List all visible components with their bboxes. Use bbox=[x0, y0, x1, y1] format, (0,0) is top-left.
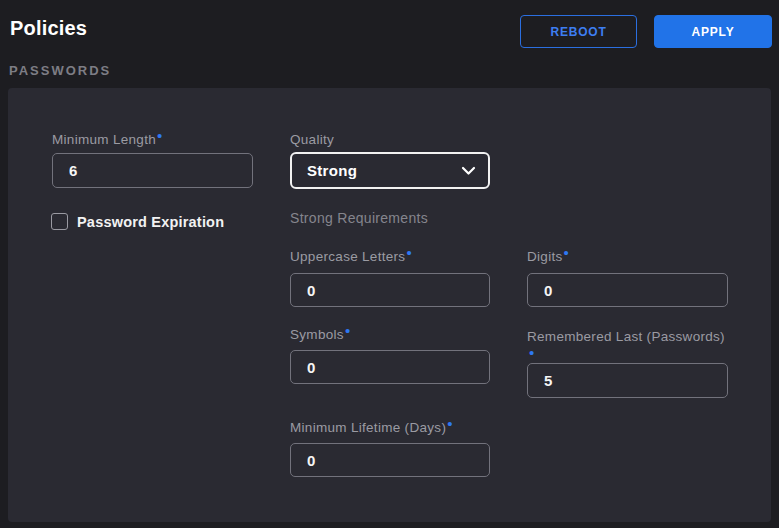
minimum-lifetime-input[interactable] bbox=[290, 443, 490, 477]
strong-requirements-title: Strong Requirements bbox=[290, 210, 428, 226]
digits-input[interactable] bbox=[527, 273, 728, 307]
minimum-lifetime-label: Minimum Lifetime (Days)• bbox=[290, 420, 453, 436]
quality-select-value: Strong bbox=[307, 162, 461, 179]
required-marker-icon: • bbox=[564, 244, 570, 261]
minimum-length-label: Minimum Length• bbox=[52, 132, 163, 148]
minimum-length-input[interactable] bbox=[52, 153, 253, 188]
remembered-last-label: Remembered Last (Passwords)• bbox=[527, 329, 737, 353]
quality-select[interactable]: Strong bbox=[290, 152, 490, 189]
apply-button[interactable]: APPLY bbox=[654, 15, 772, 48]
required-marker-icon: • bbox=[406, 244, 412, 261]
quality-label: Quality bbox=[290, 132, 334, 148]
uppercase-letters-input[interactable] bbox=[290, 273, 490, 307]
symbols-label: Symbols• bbox=[290, 327, 350, 343]
required-marker-icon: • bbox=[447, 415, 453, 432]
section-label-passwords: PASSWORDS bbox=[9, 63, 111, 78]
password-expiration-checkbox[interactable] bbox=[51, 213, 68, 230]
chevron-down-icon bbox=[461, 166, 476, 176]
password-expiration-row: Password Expiration bbox=[51, 213, 224, 230]
symbols-input[interactable] bbox=[290, 350, 490, 384]
required-marker-icon: • bbox=[157, 127, 163, 144]
remembered-last-input[interactable] bbox=[527, 363, 728, 398]
password-expiration-label: Password Expiration bbox=[77, 214, 224, 230]
policies-page: Policies REBOOT APPLY PASSWORDS Minimum … bbox=[0, 0, 779, 528]
required-marker-icon: • bbox=[345, 322, 351, 339]
digits-label: Digits• bbox=[527, 249, 569, 265]
page-title: Policies bbox=[10, 17, 87, 40]
uppercase-letters-label: Uppercase Letters• bbox=[290, 249, 412, 265]
reboot-button[interactable]: REBOOT bbox=[520, 15, 637, 48]
